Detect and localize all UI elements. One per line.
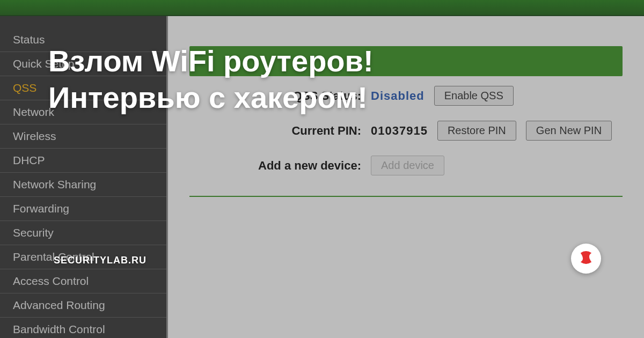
restore-pin-button[interactable]: Restore PIN [437, 121, 516, 141]
current-pin-label: Current PIN: [189, 124, 361, 138]
sidebar-item-advanced-routing[interactable]: Advanced Routing [0, 293, 166, 318]
sidebar-item-network-sharing[interactable]: Network Sharing [0, 173, 166, 197]
sidebar-item-bandwidth-control[interactable]: Bandwidth Control [0, 318, 166, 338]
sidebar-item-forwarding[interactable]: Forwarding [0, 197, 166, 221]
current-pin-value: 01037915 [371, 124, 428, 138]
zen-icon [577, 248, 595, 269]
add-device-label: Add a new device: [189, 159, 361, 173]
headline-line-1: Взлом WiFi роутеров! [48, 43, 612, 79]
gen-new-pin-button[interactable]: Gen New PIN [526, 121, 612, 141]
sidebar-item-dhcp[interactable]: DHCP [0, 149, 166, 173]
divider [189, 196, 623, 197]
headline-line-2: Интервью с хакером! [48, 79, 612, 116]
source-label: SECURITYLAB.RU [54, 255, 147, 266]
zen-badge [571, 244, 601, 274]
headline: Взлом WiFi роутеров! Интервью с хакером! [48, 43, 612, 116]
sidebar-item-access-control[interactable]: Access Control [0, 269, 166, 293]
add-device-button[interactable]: Add device [371, 156, 444, 175]
sidebar-item-security[interactable]: Security [0, 221, 166, 245]
sidebar-item-wireless[interactable]: Wireless [0, 124, 166, 149]
top-bar [0, 0, 644, 16]
